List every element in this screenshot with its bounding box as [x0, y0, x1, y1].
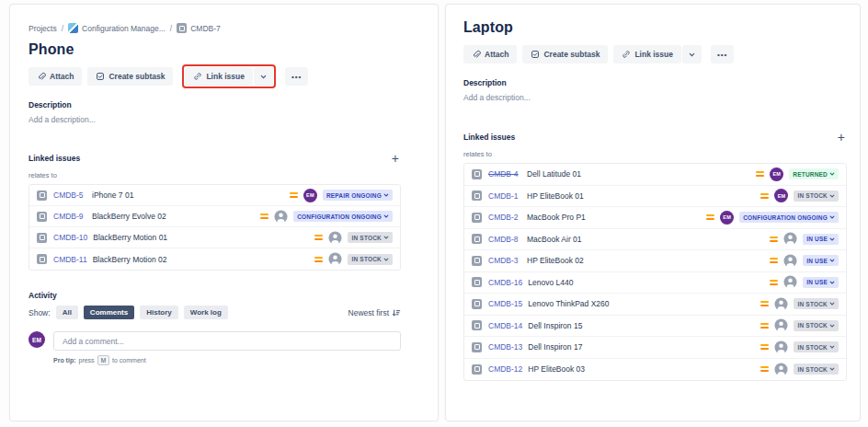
issue-title-link[interactable]: BlackBerry Motion 02 — [93, 255, 167, 264]
comment-input[interactable] — [53, 331, 401, 351]
link-issue-dropdown-button[interactable] — [682, 45, 702, 63]
issue-key-link[interactable]: CMDB-11 — [53, 255, 87, 264]
breadcrumb-issue-link[interactable]: CMDB-7 — [177, 23, 221, 33]
issue-title-link[interactable]: Dell Inspiron 17 — [528, 342, 582, 352]
issue-key-link[interactable]: CMDB-13 — [488, 342, 522, 352]
link-issue-dropdown-button[interactable] — [254, 67, 273, 86]
status-badge[interactable]: REPAIR ONGOING — [323, 190, 393, 201]
issue-type-icon — [472, 256, 482, 266]
assignee-avatar-default — [328, 231, 342, 245]
status-badge[interactable]: IN STOCK — [794, 341, 839, 352]
person-icon — [783, 275, 797, 289]
link-issue-label: Link issue — [634, 50, 673, 59]
page-title: Laptop — [463, 19, 847, 36]
issue-title-link[interactable]: BlackBerry Motion 01 — [93, 233, 167, 242]
more-actions-button[interactable]: ••• — [711, 45, 734, 63]
linked-issue-row: CMDB-13 Dell Inspiron 17 IN STOCK — [464, 337, 846, 359]
priority-medium-icon — [290, 192, 298, 198]
status-label: CONFIGURATION ONGOING — [297, 214, 382, 220]
issue-key-link[interactable]: CMDB-14 — [488, 321, 522, 330]
issue-title-link[interactable]: iPhone 7 01 — [92, 190, 133, 200]
chevron-down-icon — [829, 193, 835, 199]
chevron-down-icon — [260, 74, 267, 80]
issue-title-link[interactable]: Lenovo L440 — [528, 278, 573, 287]
keyboard-shortcut-m: M — [97, 355, 109, 365]
status-label: IN STOCK — [797, 301, 828, 307]
sort-order-button[interactable]: Newest first — [348, 308, 401, 317]
linked-issue-row: CMDB-5 iPhone 7 01 EM REPAIR ONGOING — [29, 185, 400, 206]
issue-key-link[interactable]: CMDB-5 — [53, 190, 86, 200]
issue-key-link[interactable]: CMDB-3 — [488, 256, 521, 265]
linked-issues-label: Linked issues — [463, 133, 515, 142]
issue-type-icon — [472, 213, 482, 223]
link-issue-label: Link issue — [206, 72, 245, 81]
issue-title-link[interactable]: Lenovo ThinkPad X260 — [528, 299, 609, 308]
status-badge[interactable]: CONFIGURATION ONGOING — [293, 211, 393, 222]
attach-button[interactable]: Attach — [463, 45, 517, 63]
chevron-down-icon — [829, 171, 835, 177]
status-badge[interactable]: IN STOCK — [348, 254, 393, 265]
status-label: IN STOCK — [797, 344, 828, 351]
breadcrumb-separator: / — [62, 24, 63, 33]
issue-key-link[interactable]: CMDB-8 — [488, 235, 521, 244]
link-issue-button[interactable]: Link issue — [185, 67, 253, 86]
link-issue-button[interactable]: Link issue — [613, 45, 681, 63]
status-badge[interactable]: IN USE — [803, 277, 839, 288]
assignee-avatar-default — [274, 210, 288, 224]
issue-key-link-resolved[interactable]: CMDB-4 — [488, 169, 521, 179]
more-actions-button[interactable]: ••• — [285, 67, 308, 86]
issue-key-link[interactable]: CMDB-16 — [488, 278, 522, 287]
issue-key-link[interactable]: CMDB-10 — [53, 233, 87, 242]
issue-title-link[interactable]: HP EliteBook 01 — [527, 191, 584, 201]
filter-history[interactable]: History — [140, 306, 178, 319]
issue-title-link[interactable]: HP EliteBook 02 — [527, 256, 584, 265]
filter-comments[interactable]: Comments — [84, 306, 134, 319]
toolbar: Attach Create subtask Link issue ••• — [29, 64, 401, 88]
chevron-down-icon — [829, 323, 835, 329]
issue-key-link[interactable]: CMDB-2 — [488, 213, 521, 222]
issue-title-link[interactable]: Dell Inspiron 15 — [528, 321, 582, 330]
breadcrumb-projects-link[interactable]: Projects — [29, 24, 57, 33]
status-badge[interactable]: IN STOCK — [794, 190, 839, 202]
chevron-down-icon — [829, 237, 835, 242]
priority-medium-icon — [760, 366, 769, 372]
issue-key-link[interactable]: CMDB-9 — [53, 212, 86, 221]
filter-worklog[interactable]: Work log — [184, 306, 228, 319]
linked-issues-list: CMDB-5 iPhone 7 01 EM REPAIR ONGOING CMD… — [29, 184, 401, 271]
breadcrumb-project-link[interactable]: Configuration Manage... — [68, 23, 166, 33]
add-linked-issue-button[interactable]: + — [390, 152, 401, 165]
status-badge[interactable]: IN STOCK — [348, 232, 393, 243]
status-badge[interactable]: IN USE — [803, 234, 839, 245]
issue-title-link[interactable]: MacBook Air 01 — [527, 235, 582, 244]
status-badge[interactable]: CONFIGURATION ONGOING — [739, 212, 839, 223]
priority-medium-icon — [760, 193, 769, 199]
issue-key-link[interactable]: CMDB-15 — [488, 299, 522, 308]
description-placeholder[interactable]: Add a description... — [29, 115, 401, 124]
priority-medium-icon — [260, 214, 268, 219]
linked-issue-row: CMDB-9 BlackBerry Evolve 02 CONFIGURATIO… — [29, 206, 400, 227]
status-badge[interactable]: IN USE — [803, 255, 839, 266]
attach-button[interactable]: Attach — [29, 67, 82, 86]
link-icon — [622, 50, 631, 59]
issue-type-icon — [472, 364, 482, 375]
priority-medium-icon — [760, 323, 769, 329]
chevron-down-icon — [383, 192, 389, 198]
issue-key-link[interactable]: CMDB-1 — [488, 191, 521, 201]
issue-key-link[interactable]: CMDB-12 — [488, 364, 522, 374]
issue-title-link[interactable]: MacBook Pro P1 — [527, 213, 586, 222]
issue-title-link[interactable]: Dell Latitude 01 — [527, 169, 581, 179]
status-badge[interactable]: IN STOCK — [794, 298, 839, 309]
issue-title-link[interactable]: BlackBerry Evolve 02 — [92, 212, 166, 221]
status-badge[interactable]: RETURNED — [789, 168, 839, 179]
linked-issues-list: CMDB-4 Dell Latitude 01 EM RETURNED CMDB… — [463, 163, 847, 381]
add-linked-issue-button[interactable]: + — [836, 131, 847, 144]
create-subtask-button[interactable]: Create subtask — [522, 45, 608, 63]
description-placeholder[interactable]: Add a description... — [463, 93, 847, 102]
status-badge[interactable]: IN STOCK — [794, 320, 839, 331]
filter-all[interactable]: All — [56, 306, 78, 319]
issue-title-link[interactable]: HP EliteBook 03 — [528, 364, 585, 374]
issue-type-icon — [472, 190, 482, 201]
status-badge[interactable]: IN STOCK — [794, 364, 839, 375]
person-icon — [774, 297, 788, 311]
create-subtask-button[interactable]: Create subtask — [87, 67, 173, 86]
